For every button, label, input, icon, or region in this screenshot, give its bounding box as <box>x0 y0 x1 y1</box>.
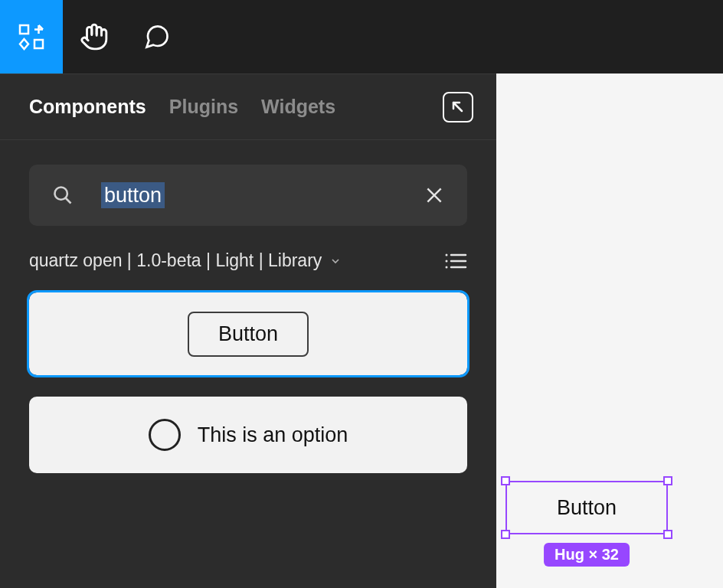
assets-panel: Components Plugins Widgets button <box>0 74 496 588</box>
size-badge: Hug × 32 <box>544 543 630 567</box>
resize-handle-br[interactable] <box>663 530 672 539</box>
app-root: Components Plugins Widgets button <box>0 0 723 588</box>
canvas[interactable]: Button Hug × 32 <box>496 74 723 588</box>
selection-frame: Button <box>505 481 668 534</box>
expand-panel-button[interactable] <box>443 92 473 122</box>
svg-point-9 <box>446 260 448 262</box>
result-card-option[interactable]: This is an option <box>29 397 467 473</box>
svg-point-3 <box>55 188 67 200</box>
resources-icon <box>18 23 45 51</box>
svg-point-7 <box>446 253 448 256</box>
top-toolbar <box>0 0 723 74</box>
preview-option: This is an option <box>149 419 348 451</box>
svg-line-2 <box>453 103 462 111</box>
resize-handle-bl[interactable] <box>501 530 510 539</box>
library-breadcrumb[interactable]: quartz open | 1.0-beta | Light | Library <box>29 250 342 271</box>
result-card-button[interactable]: Button <box>29 292 467 375</box>
expand-corner-icon <box>450 100 466 115</box>
search-input[interactable]: button <box>29 165 467 226</box>
breadcrumb-row: quartz open | 1.0-beta | Light | Library <box>29 250 467 271</box>
chevron-down-icon <box>329 255 342 267</box>
preview-option-label: This is an option <box>198 423 348 447</box>
comment-tool-button[interactable] <box>126 0 188 74</box>
list-view-icon[interactable] <box>444 252 467 270</box>
svg-point-11 <box>446 266 448 268</box>
canvas-selection[interactable]: Button Hug × 32 <box>505 481 668 534</box>
close-icon[interactable] <box>424 185 444 205</box>
resize-handle-tr[interactable] <box>663 476 672 485</box>
comment-icon <box>143 23 171 51</box>
resources-tool-button[interactable] <box>0 0 63 74</box>
svg-rect-0 <box>20 25 28 34</box>
panel-body: button quartz open | 1.0-beta | Light | … <box>0 140 496 473</box>
tab-components[interactable]: Components <box>29 96 146 118</box>
preview-button: Button <box>188 312 309 357</box>
svg-rect-1 <box>34 40 43 48</box>
svg-line-4 <box>66 198 71 204</box>
hand-tool-button[interactable] <box>63 0 126 74</box>
results-list: Button This is an option <box>29 292 467 473</box>
search-icon <box>52 185 74 206</box>
resize-handle-tl[interactable] <box>501 476 510 485</box>
panel-tabs: Components Plugins Widgets <box>29 96 335 118</box>
breadcrumb-text: quartz open | 1.0-beta | Light | Library <box>29 250 322 271</box>
hand-icon <box>80 22 109 51</box>
canvas-button-label: Button <box>557 496 617 520</box>
tab-plugins[interactable]: Plugins <box>169 96 238 118</box>
radio-icon <box>149 419 181 451</box>
tab-widgets[interactable]: Widgets <box>261 96 335 118</box>
panel-header: Components Plugins Widgets <box>0 74 496 140</box>
search-value: button <box>101 185 165 206</box>
